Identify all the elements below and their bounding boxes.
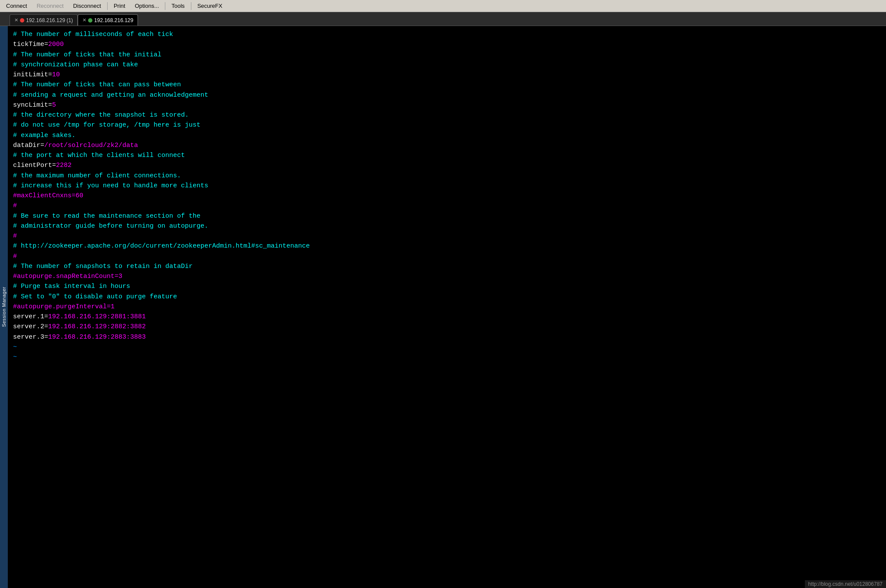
menu-securefx[interactable]: SecureFX (193, 2, 227, 10)
menu-print[interactable]: Print (109, 2, 130, 10)
separator-3 (191, 2, 191, 10)
tab-2-status-icon (88, 18, 92, 23)
terminal-line: # Set to "0" to disable auto purge featu… (13, 292, 881, 302)
terminal-line: # administrator guide before turning on … (13, 221, 881, 231)
menu-disconnect[interactable]: Disconnect (69, 2, 105, 10)
terminal-line: #maxClientCnxns=60 (13, 191, 881, 201)
menu-connect[interactable]: Connect (2, 2, 31, 10)
terminal-line: # the port at which the clients will con… (13, 150, 881, 160)
terminal-line: # Be sure to read the maintenance sectio… (13, 211, 881, 221)
terminal-line: # the maximum number of client connectio… (13, 171, 881, 181)
statusbar: http://blog.csdn.net/u012806787 (805, 580, 886, 588)
terminal-line: ~ (13, 342, 881, 352)
statusbar-text: http://blog.csdn.net/u012806787 (808, 581, 883, 587)
terminal-line: server.2=192.168.216.129:2882:3882 (13, 322, 881, 332)
tab-1[interactable]: ✕ 192.168.216.129 (1) (10, 14, 78, 26)
terminal-line: # Purge task interval in hours (13, 281, 881, 291)
tab-1-status-icon (20, 18, 24, 23)
terminal-line: # The number of milliseconds of each tic… (13, 29, 881, 39)
terminal-line: # example sakes. (13, 131, 881, 140)
tab-1-label: 192.168.216.129 (1) (26, 17, 73, 23)
terminal-line: # increase this if you need to handle mo… (13, 181, 881, 191)
terminal-line: syncLimit=5 (13, 100, 881, 110)
terminal-line: # synchronization phase can take (13, 60, 881, 70)
terminal-line: # The number of snapshots to retain in d… (13, 261, 881, 271)
session-manager-sidebar[interactable]: Session Manager (0, 26, 8, 588)
terminal-line: # http://zookeeper.apache.org/doc/curren… (13, 241, 881, 251)
terminal-line: # (13, 201, 881, 211)
terminal-line: # do not use /tmp for storage, /tmp here… (13, 120, 881, 130)
terminal: # The number of milliseconds of each tic… (8, 26, 886, 588)
tab-2[interactable]: ✕ 192.168.216.129 (78, 14, 138, 26)
terminal-line: # The number of ticks that the initial (13, 50, 881, 60)
tab-2-close[interactable]: ✕ (82, 17, 86, 23)
tabbar: ✕ 192.168.216.129 (1) ✕ 192.168.216.129 (0, 12, 886, 26)
menu-options[interactable]: Options... (131, 2, 164, 10)
terminal-line: server.1=192.168.216.129:2881:3881 (13, 312, 881, 322)
terminal-line: # sending a request and getting an ackno… (13, 90, 881, 100)
separator-2 (165, 2, 165, 10)
terminal-line: dataDir=/root/solrcloud/zk2/data (13, 140, 881, 150)
terminal-line: # (13, 252, 881, 261)
terminal-line: #autopurge.snapRetainCount=3 (13, 271, 881, 281)
terminal-line: initLimit=10 (13, 70, 881, 80)
separator-1 (107, 2, 108, 10)
terminal-line: # The number of ticks that can pass betw… (13, 80, 881, 90)
tab-2-label: 192.168.216.129 (94, 17, 133, 23)
terminal-line: server.3=192.168.216.129:2883:3883 (13, 332, 881, 342)
terminal-line: tickTime=2000 (13, 39, 881, 49)
session-manager-label: Session Manager (1, 287, 7, 327)
menu-tools[interactable]: Tools (167, 2, 189, 10)
terminal-line: ~ (13, 352, 881, 362)
terminal-line: #autopurge.purgeInterval=1 (13, 302, 881, 312)
terminal-line: # (13, 231, 881, 241)
menubar: Connect Reconnect Disconnect Print Optio… (0, 0, 886, 12)
terminal-line: # the directory where the snapshot is st… (13, 110, 881, 120)
tab-1-close[interactable]: ✕ (14, 17, 18, 23)
menu-reconnect[interactable]: Reconnect (32, 2, 68, 10)
terminal-line: clientPort=2282 (13, 160, 881, 170)
